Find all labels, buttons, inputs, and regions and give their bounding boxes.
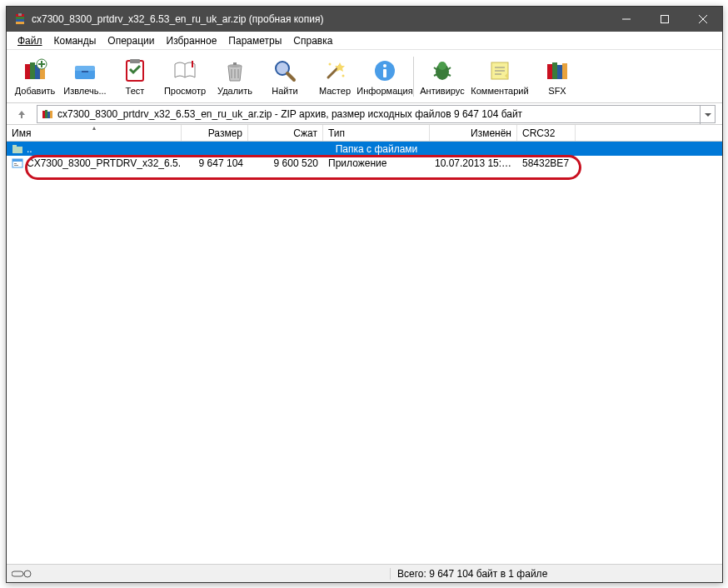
sfx-button[interactable]: SFX [532,52,582,102]
menu-file[interactable]: Файл [12,33,48,48]
extract-button[interactable]: Извлечь... [60,52,110,102]
svg-rect-10 [30,62,35,79]
svg-rect-50 [42,111,45,118]
find-button[interactable]: Найти [260,52,310,102]
books-plus-icon [22,57,48,84]
svg-rect-51 [45,110,47,118]
svg-rect-57 [12,159,22,162]
status-indicator-icon [12,569,32,579]
svg-rect-6 [661,16,669,23]
sort-indicator-icon: ▴ [92,124,96,132]
svg-point-37 [438,62,446,70]
folder-up-icon [12,143,23,155]
path-input[interactable]: cx7300_8300_prtdrv_x32_6.53_en_ru_uk_ar.… [37,105,716,123]
path-dropdown[interactable] [700,106,715,124]
sfx-label: SFX [548,86,566,96]
books-icon [544,57,571,84]
svg-rect-59 [14,165,18,166]
list-item[interactable]: .. Папка с файлами [7,142,722,156]
magnifier-icon [272,57,298,84]
comment-button[interactable]: Комментарий [467,52,532,102]
antivirus-label: Антивирус [420,86,464,96]
close-button[interactable] [684,7,722,32]
menubar: Файл Команды Операции Избранное Параметр… [7,32,722,50]
add-label: Добавить [15,86,56,96]
file-type: Приложение [323,157,430,169]
file-list[interactable]: .. Папка с файлами CX7300_8300_PRTDRV_x3… [7,142,722,564]
app-icon [13,12,27,26]
svg-rect-58 [14,163,17,164]
file-packed: 9 600 520 [248,157,323,169]
file-name: CX7300_8300_PRTDRV_x32_6.5... [27,157,182,169]
list-item[interactable]: CX7300_8300_PRTDRV_x32_6.5... 9 647 104 … [7,156,722,170]
menu-favorites[interactable]: Избранное [161,33,223,48]
svg-rect-4 [18,13,22,16]
file-size: 9 647 104 [182,157,248,169]
svg-rect-49 [562,63,567,79]
info-button[interactable]: Информация [360,52,410,102]
col-packed[interactable]: Сжат [248,125,323,141]
svg-rect-35 [383,69,386,77]
window-title: cx7300_8300_prtdrv_x32_6.53_en_ru_uk_ar.… [32,13,607,25]
svg-point-31 [329,62,332,65]
info-icon [371,57,398,84]
col-crc[interactable]: CRC32 [517,125,576,141]
svg-rect-52 [47,112,50,118]
antivirus-button[interactable]: Антивирус [417,52,467,102]
trash-icon [222,57,248,84]
svg-point-34 [383,64,386,67]
window-buttons [607,7,722,32]
status-left [7,569,390,579]
window: cx7300_8300_prtdrv_x32_6.53_en_ru_uk_ar.… [6,6,723,583]
svg-rect-3 [16,19,24,22]
menu-commands[interactable]: Команды [48,33,102,48]
status-total: Всего: 9 647 104 байт в 1 файле [390,568,722,580]
delete-label: Удалить [217,86,252,96]
svg-rect-18 [82,71,88,72]
path-text: cx7300_8300_prtdrv_x32_6.53_en_ru_uk_ar.… [57,108,522,120]
toolbar: Добавить Извлечь... Тест Просмотр Удалит… [7,50,722,103]
add-button[interactable]: Добавить [10,52,60,102]
wizard-button[interactable]: Мастер [310,52,360,102]
delete-button[interactable]: Удалить [210,52,260,102]
exe-icon [12,157,23,169]
svg-rect-48 [557,65,562,79]
svg-rect-2 [16,17,24,19]
file-type: Папка с файлами [323,143,430,155]
file-crc: 58432BE7 [517,157,576,169]
address-bar: cx7300_8300_prtdrv_x32_6.53_en_ru_uk_ar.… [7,103,722,125]
comment-label: Комментарий [471,86,528,96]
svg-rect-22 [192,61,193,67]
svg-point-61 [24,571,31,577]
menu-help[interactable]: Справка [287,33,338,48]
svg-rect-47 [552,62,557,79]
svg-rect-53 [50,111,52,118]
minimize-button[interactable] [607,7,646,32]
info-label: Информация [357,86,412,96]
col-modified[interactable]: Изменён [430,125,517,141]
col-type[interactable]: Тип [323,125,430,141]
svg-rect-24 [233,62,237,65]
svg-rect-54 [12,147,22,153]
book-open-icon [172,57,198,84]
menu-settings[interactable]: Параметры [222,33,287,48]
col-name[interactable]: Имя▴ [7,125,182,141]
maximize-button[interactable] [646,7,684,32]
bug-icon [429,57,456,84]
wizard-label: Мастер [319,86,351,96]
view-button[interactable]: Просмотр [160,52,210,102]
find-label: Найти [272,86,297,96]
note-icon [486,57,513,84]
test-button[interactable]: Тест [110,52,160,102]
test-label: Тест [126,86,145,96]
file-name: .. [27,143,32,155]
up-button[interactable] [10,105,33,123]
file-modified: 10.07.2013 15:25 [430,157,517,169]
svg-rect-60 [12,571,23,576]
col-size[interactable]: Размер [182,125,248,141]
statusbar: Всего: 9 647 104 байт в 1 файле [7,564,722,582]
menu-operations[interactable]: Операции [102,33,160,48]
svg-rect-9 [25,64,30,79]
column-headers: Имя▴ Размер Сжат Тип Изменён CRC32 [7,125,722,142]
titlebar[interactable]: cx7300_8300_prtdrv_x32_6.53_en_ru_uk_ar.… [7,7,722,32]
